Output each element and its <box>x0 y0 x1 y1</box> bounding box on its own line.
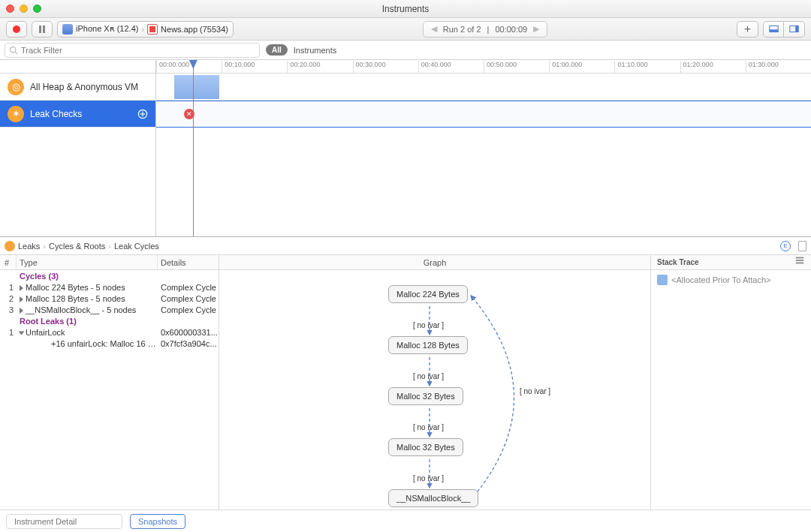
panel-bottom-icon <box>769 25 779 33</box>
graph-header: Graph <box>219 255 650 270</box>
col-type[interactable]: Type <box>17 255 158 269</box>
table-row[interactable]: 2Malloc 128 Bytes - 5 nodesComplex Cycle <box>0 293 219 304</box>
panel-right-icon <box>789 25 799 33</box>
add-instrument-button[interactable]: ＋ <box>737 21 758 38</box>
timeline-canvas[interactable]: 00:00.00000:10.00000:20.00000:30.00000:4… <box>156 60 811 236</box>
leaks-icon <box>5 241 15 251</box>
view-mode-strategy[interactable] <box>763 21 784 38</box>
table-body[interactable]: Cycles (3)1Malloc 224 Bytes - 5 nodesCom… <box>0 270 219 509</box>
lane-heap <box>156 74 811 101</box>
search-icon <box>11 517 11 526</box>
time-tick: 01:30.000 <box>746 61 779 74</box>
crumb-c[interactable]: Leak Cycles <box>114 242 159 251</box>
settings-icon[interactable] <box>794 255 805 266</box>
table-group[interactable]: Cycles (3) <box>0 270 219 281</box>
track-name: All Heap & Anonymous VM <box>30 82 148 92</box>
table-header: # Type Details <box>0 255 219 270</box>
col-number[interactable]: # <box>0 255 17 269</box>
run-time: 00:00:09 <box>495 25 527 34</box>
time-tick: 01:10.000 <box>614 61 647 74</box>
target-device: iPhone Xʀ (12.4) <box>76 24 138 34</box>
detail-breadcrumb: Leaks › Cycles & Roots › Leak Cycles E <box>0 237 811 255</box>
graph-node[interactable]: Malloc 224 Bytes <box>388 285 468 303</box>
view-mode-seg[interactable] <box>763 21 805 38</box>
timeline: ◎ All Heap & Anonymous VM ✶ Leak Checks … <box>0 60 811 237</box>
table-row[interactable]: 1UnfairLock0x600000331... <box>0 326 219 338</box>
chevron-right-icon: › <box>43 242 46 251</box>
scope-instruments-label[interactable]: Instruments <box>294 46 336 55</box>
time-tick: 01:20.000 <box>680 61 713 74</box>
time-tick: 00:20.000 <box>287 61 320 74</box>
inspector: Stack Trace <Allocated Prior To Attach> <box>651 255 811 509</box>
detail-filter-field[interactable] <box>6 514 122 529</box>
stack-trace-value: <Allocated Prior To Attach> <box>651 270 811 290</box>
prev-run-icon[interactable]: ◀ <box>431 24 437 34</box>
edge-label: [ no ivar ] <box>413 321 444 329</box>
table-group[interactable]: Root Leaks (1) <box>0 315 219 326</box>
chevron-right-icon: › <box>141 25 144 34</box>
allocations-icon: ◎ <box>8 79 24 95</box>
playhead[interactable] <box>193 60 194 236</box>
svg-rect-11 <box>796 263 804 264</box>
table-row[interactable]: +16 unfairLock: Malloc 16 Bytes0x7fcf3a9… <box>0 338 219 349</box>
next-run-icon[interactable]: ▶ <box>533 24 539 34</box>
run-selector[interactable]: ◀ Run 2 of 2 | 00:00:09 ▶ <box>423 21 547 38</box>
track-list: ◎ All Heap & Anonymous VM ✶ Leak Checks <box>0 60 156 236</box>
svg-point-4 <box>11 47 17 53</box>
stack-trace-label: Stack Trace <box>657 255 699 269</box>
record-icon <box>13 26 20 33</box>
time-tick: 00:30.000 <box>353 61 386 74</box>
crumb-a[interactable]: Leaks <box>18 242 40 251</box>
svg-point-12 <box>11 521 11 521</box>
document-icon[interactable] <box>798 241 806 251</box>
view-mode-detail[interactable] <box>784 21 805 38</box>
track-leaks[interactable]: ✶ Leak Checks <box>0 101 155 128</box>
run-label: Run 2 of 2 <box>443 25 481 34</box>
lane-leaks: ✕ <box>156 101 811 128</box>
svg-rect-9 <box>796 257 804 259</box>
time-tick: 00:40.000 <box>418 61 451 74</box>
target-app: News.app (75534) <box>161 25 228 34</box>
extended-detail-icon[interactable]: E <box>780 241 791 251</box>
table-row[interactable]: 3__NSMallocBlock__ - 5 nodesComplex Cycl… <box>0 304 219 315</box>
target-path[interactable]: iPhone Xʀ (12.4) › News.app (75534) <box>57 21 234 38</box>
user-icon <box>657 275 668 285</box>
table-row[interactable]: 1Malloc 224 Bytes - 5 nodesComplex Cycle <box>0 281 219 293</box>
snapshots-button[interactable]: Snapshots <box>130 514 185 529</box>
detail-filter-input[interactable] <box>14 517 118 526</box>
window-title: Instruments <box>0 4 811 14</box>
filter-bar: All Instruments <box>0 41 811 60</box>
track-filter-input[interactable] <box>21 46 255 55</box>
graph-canvas[interactable]: Malloc 224 BytesMalloc 128 BytesMalloc 3… <box>219 270 650 509</box>
crumb-b[interactable]: Cycles & Roots <box>49 242 105 251</box>
svg-line-5 <box>15 52 17 54</box>
search-icon <box>9 46 18 55</box>
col-details[interactable]: Details <box>158 255 219 269</box>
cycles-table: # Type Details Cycles (3)1Malloc 224 Byt… <box>0 255 219 509</box>
graph-node[interactable]: Malloc 32 Bytes <box>388 387 463 405</box>
toolbar: iPhone Xʀ (12.4) › News.app (75534) ◀ Ru… <box>0 18 811 41</box>
stack-trace-text: <Allocated Prior To Attach> <box>671 275 771 284</box>
pause-button[interactable] <box>32 21 53 38</box>
add-track-icon[interactable] <box>137 109 148 119</box>
edge-label: [ no ivar ] <box>520 387 550 395</box>
scope-all-pill[interactable]: All <box>266 44 288 56</box>
track-filter-field[interactable] <box>5 43 260 58</box>
time-tick: 01:00.000 <box>549 61 582 74</box>
leaks-icon: ✶ <box>8 106 24 122</box>
graph-node[interactable]: Malloc 128 Bytes <box>388 336 468 354</box>
pause-icon <box>39 26 45 33</box>
record-button[interactable] <box>6 21 27 38</box>
svg-rect-3 <box>795 26 798 32</box>
device-icon <box>62 24 73 35</box>
time-tick: 00:00.000 <box>156 61 189 74</box>
graph-node[interactable]: __NSMallocBlock__ <box>388 489 478 507</box>
edge-label: [ no ivar ] <box>413 474 444 482</box>
cycle-graph: Graph Malloc 224 BytesMalloc 128 BytesMa… <box>219 255 651 509</box>
window-titlebar: Instruments <box>0 0 811 18</box>
track-heap[interactable]: ◎ All Heap & Anonymous VM <box>0 74 155 101</box>
graph-node[interactable]: Malloc 32 Bytes <box>388 438 463 456</box>
time-tick: 00:10.000 <box>222 61 255 74</box>
time-ruler[interactable]: 00:00.00000:10.00000:20.00000:30.00000:4… <box>156 60 811 74</box>
svg-rect-1 <box>769 29 777 32</box>
